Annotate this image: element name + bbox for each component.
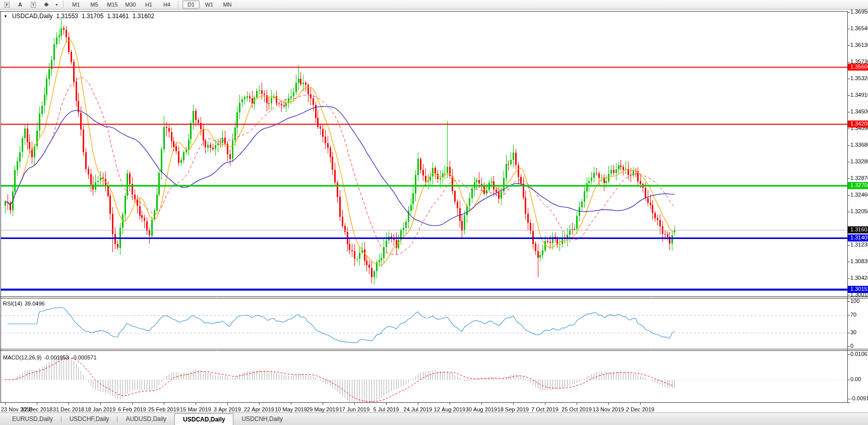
tab-usdchf[interactable]: USDCHF,Daily <box>61 413 117 425</box>
timeframe-h4[interactable]: H4 <box>158 1 175 9</box>
high-value: 1.31705 <box>82 13 103 20</box>
text-annotation-glyph: A <box>18 2 22 8</box>
timeframe-m30[interactable]: M30 <box>122 1 139 9</box>
symbol-tabbar: EURUSD,DailyUSDCHF,DailyAUDUSD,DailyUSDC… <box>0 412 868 425</box>
chart-canvas[interactable] <box>0 0 868 425</box>
rsi-name: RSI(14) <box>3 300 22 307</box>
rsi-indicator-label: RSI(14)39.0496 <box>3 300 47 307</box>
tab-usdcad[interactable]: USDCAD,Daily <box>174 413 233 425</box>
text-annotation-icon[interactable]: A <box>15 1 25 9</box>
text-label-icon[interactable]: T <box>28 1 38 9</box>
tab-audusd[interactable]: AUDUSD,Daily <box>117 413 174 425</box>
toolbar-divider <box>178 1 179 8</box>
close-value: 1.31602 <box>133 13 154 20</box>
text-label-glyph: T <box>31 2 36 8</box>
timeframe-mn[interactable]: MN <box>219 1 236 9</box>
tab-usdcnh[interactable]: USDCNH,Daily <box>233 413 290 425</box>
timeframe-m1[interactable]: M1 <box>68 1 85 9</box>
toolbar-divider <box>63 1 64 8</box>
macd-indicator-label: MACD(12,26,9)-0.001953-0.000571 <box>3 354 99 360</box>
timeframe-group: M1M5M15M30H1H4D1W1MN <box>68 1 237 9</box>
macd-value: -0.001953 <box>44 354 69 360</box>
timeframe-m5[interactable]: M5 <box>86 1 103 9</box>
symbol-period-label: USDCAD,Daily <box>12 13 53 20</box>
macd-signal-value: -0.000571 <box>72 354 97 360</box>
color-scheme-icon[interactable]: ❖ <box>41 1 51 9</box>
fractal-grid-icon[interactable]: F <box>2 1 12 9</box>
mt4-window: F A T ❖ ▼ M1M5M15M30H1H4D1W1MN ▼ USDCAD,… <box>0 0 868 425</box>
timeframe-m15[interactable]: M15 <box>104 1 121 9</box>
open-value: 1.31553 <box>56 13 78 20</box>
chevron-down-icon[interactable]: ▼ <box>55 3 58 7</box>
chart-header: ▼ USDCAD,Daily 1.31553 1.31705 1.31461 1… <box>4 13 154 20</box>
timeframe-d1[interactable]: D1 <box>182 1 200 9</box>
color-scheme-glyph: ❖ <box>44 2 49 8</box>
rsi-value: 39.0496 <box>25 300 45 307</box>
toolbar: F A T ❖ ▼ M1M5M15M30H1H4D1W1MN <box>0 0 868 10</box>
timeframe-w1[interactable]: W1 <box>201 1 218 9</box>
macd-name: MACD(12,26,9) <box>3 354 41 360</box>
collapse-chart-icon[interactable]: ▼ <box>4 14 8 19</box>
fractal-grid-glyph: F <box>5 2 10 8</box>
timeframe-h1[interactable]: H1 <box>140 1 157 9</box>
low-value: 1.31461 <box>107 13 129 20</box>
tab-eurusd[interactable]: EURUSD,Daily <box>4 413 61 425</box>
